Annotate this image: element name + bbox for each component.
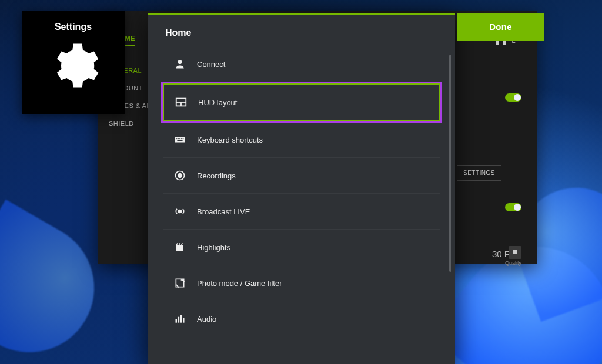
- item-label: Broadcast LIVE: [197, 207, 250, 216]
- svg-rect-12: [177, 140, 182, 141]
- item-label: Recordings: [197, 171, 236, 180]
- svg-point-2: [178, 60, 182, 64]
- gear-icon: [47, 39, 100, 92]
- item-broadcast-live[interactable]: Broadcast LIVE: [163, 194, 440, 230]
- settings-button[interactable]: SETTINGS: [457, 165, 501, 181]
- item-recordings[interactable]: Recordings: [163, 158, 440, 194]
- item-label: Audio: [197, 315, 216, 323]
- svg-rect-7: [176, 138, 178, 139]
- svg-rect-9: [179, 138, 180, 139]
- item-hud-layout[interactable]: HUD layout: [163, 83, 440, 121]
- toggle-2[interactable]: [505, 203, 521, 211]
- panel-heading: Home: [165, 28, 455, 38]
- svg-point-14: [178, 174, 182, 178]
- svg-rect-20: [183, 318, 185, 322]
- item-label: Photo mode / Game filter: [197, 279, 282, 288]
- settings-list: Connect HUD layout Keyboard shortcuts Re…: [163, 46, 440, 336]
- done-label: Done: [489, 22, 512, 32]
- item-photo-mode[interactable]: Photo mode / Game filter: [163, 265, 440, 301]
- scrollbar[interactable]: [449, 55, 452, 272]
- callout-label: Settings: [55, 22, 92, 32]
- right-panel: SETTINGS 30 FPS Quality: [457, 93, 521, 266]
- svg-point-15: [179, 210, 182, 213]
- item-audio[interactable]: Audio: [163, 301, 440, 336]
- overlay-settings-panel: Home Connect HUD layout Keyboard shortcu…: [148, 13, 455, 364]
- item-label: Highlights: [197, 243, 230, 252]
- svg-rect-17: [176, 319, 178, 323]
- item-highlights[interactable]: Highlights: [163, 230, 440, 265]
- settings-callout-tile: Settings: [22, 11, 125, 114]
- item-label: Connect: [197, 60, 225, 69]
- svg-rect-10: [181, 138, 182, 139]
- toggle-1[interactable]: [505, 93, 521, 102]
- broadcast-icon: [173, 205, 186, 218]
- record-icon: [173, 169, 186, 182]
- item-label: Keyboard shortcuts: [197, 136, 263, 144]
- svg-rect-11: [183, 138, 184, 139]
- item-label: HUD layout: [198, 98, 237, 107]
- photo-filter-icon: [173, 277, 186, 289]
- equalizer-icon: [173, 312, 186, 325]
- svg-rect-19: [180, 315, 182, 322]
- svg-rect-6: [175, 137, 185, 142]
- item-keyboard-shortcuts[interactable]: Keyboard shortcuts: [163, 122, 440, 158]
- feedback-icon[interactable]: [509, 246, 521, 259]
- svg-rect-8: [178, 138, 179, 139]
- quality-label: Quality: [505, 260, 521, 266]
- svg-rect-0: [497, 41, 499, 45]
- clapboard-icon: [173, 241, 186, 254]
- item-connect[interactable]: Connect: [163, 46, 440, 82]
- keyboard-icon: [173, 133, 186, 146]
- layout-icon: [175, 96, 188, 109]
- svg-rect-18: [178, 317, 180, 323]
- done-button[interactable]: Done: [457, 13, 544, 41]
- person-icon: [173, 58, 186, 70]
- svg-rect-1: [504, 41, 506, 45]
